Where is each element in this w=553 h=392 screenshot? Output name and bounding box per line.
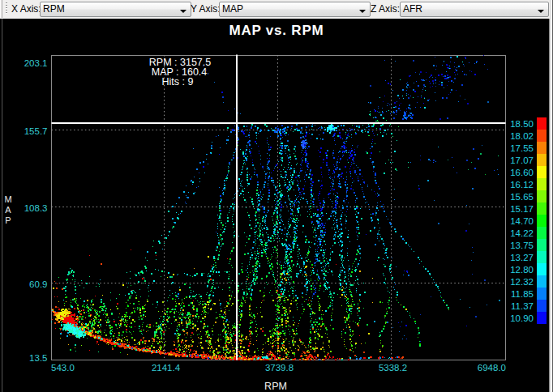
svg-text:203.1: 203.1 [24, 58, 48, 68]
svg-text:Hits : 9: Hits : 9 [162, 76, 194, 87]
svg-text:12.80: 12.80 [510, 265, 534, 275]
svg-text:17.55: 17.55 [510, 143, 534, 153]
svg-text:17.07: 17.07 [510, 156, 534, 165]
svg-text:11.37: 11.37 [511, 301, 534, 311]
svg-text:14.70: 14.70 [510, 216, 534, 226]
svg-text:155.7: 155.7 [24, 126, 48, 136]
svg-text:5338.2: 5338.2 [379, 363, 407, 373]
svg-text:MAP vs. RPM: MAP vs. RPM [229, 23, 324, 38]
svg-text:15.65: 15.65 [510, 192, 534, 202]
svg-text:12.32: 12.32 [510, 277, 534, 287]
svg-text:13.27: 13.27 [510, 253, 534, 262]
svg-text:10.90: 10.90 [510, 313, 534, 323]
svg-text:16.60: 16.60 [510, 168, 534, 177]
svg-text:13.75: 13.75 [510, 241, 534, 250]
svg-text:3739.8: 3739.8 [265, 363, 294, 373]
svg-text:14.22: 14.22 [510, 228, 534, 238]
svg-text:543.0: 543.0 [51, 363, 75, 373]
svg-text:6948.0: 6948.0 [478, 363, 506, 373]
svg-text:18.50: 18.50 [510, 119, 534, 129]
svg-text:60.9: 60.9 [29, 279, 47, 289]
svg-text:11.85: 11.85 [511, 289, 534, 299]
svg-text:15.17: 15.17 [510, 204, 534, 214]
svg-text:108.3: 108.3 [24, 203, 48, 213]
svg-text:13.5: 13.5 [29, 353, 47, 363]
svg-text:18.02: 18.02 [510, 131, 534, 141]
svg-text:16.12: 16.12 [510, 180, 534, 190]
svg-text:2141.4: 2141.4 [152, 363, 181, 373]
svg-text:A: A [5, 205, 11, 215]
svg-text:P: P [5, 215, 11, 225]
svg-text:RPM: RPM [264, 381, 287, 392]
svg-text:M: M [4, 194, 11, 204]
